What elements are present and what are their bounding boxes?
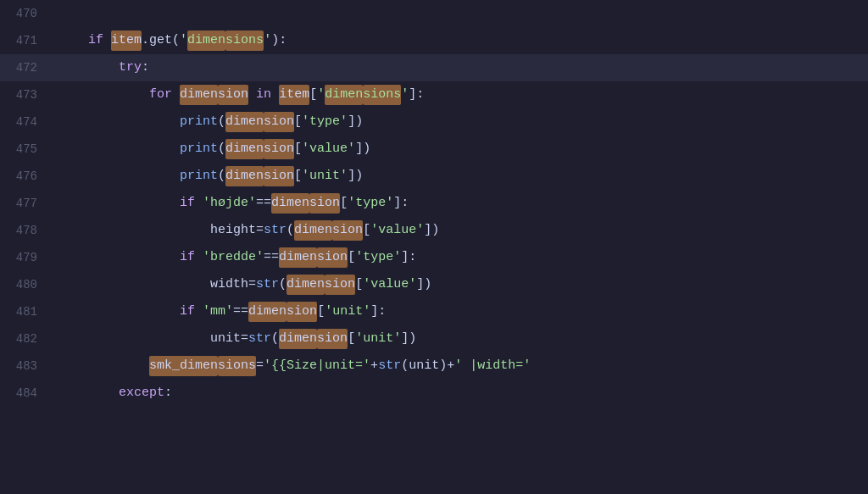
line-number: 473 [0, 86, 51, 104]
line-number: 481 [0, 303, 51, 321]
line-content: height=str(dimension['value']) [51, 220, 868, 241]
line-content: unit=str(dimension['unit']) [51, 329, 868, 349]
code-line: 482 unit=str(dimension['unit']) [0, 325, 868, 352]
line-number: 471 [0, 31, 51, 50]
code-line: 474 print(dimension['type']) [0, 108, 868, 136]
line-number: 474 [0, 113, 51, 131]
line-content: for dimension in item['dimensions']: [51, 85, 868, 105]
line-content: print(dimension['type']) [51, 112, 868, 132]
line-content: width=str(dimension['value']) [51, 275, 868, 295]
code-line: 481 if 'mm'==dimension['unit']: [0, 298, 868, 325]
code-line: 473 for dimension in item['dimensions']: [0, 81, 868, 108]
line-content: except: [51, 383, 868, 403]
code-line: 472 try: [0, 54, 868, 81]
line-number: 472 [0, 58, 51, 77]
line-number: 480 [0, 275, 51, 294]
line-content: if 'bredde'==dimension['type']: [51, 247, 868, 268]
line-content: print(dimension['unit']) [51, 166, 868, 186]
line-number: 483 [0, 357, 51, 375]
code-line: 477 if 'højde'==dimension['type']: [0, 190, 868, 217]
code-editor: 470471 if item.get('dimensions'):472 try… [0, 0, 868, 494]
code-line: 475 print(dimension['value']) [0, 136, 868, 163]
code-line: 479 if 'bredde'==dimension['type']: [0, 244, 868, 271]
line-number: 477 [0, 194, 51, 213]
code-line: 480 width=str(dimension['value']) [0, 271, 868, 298]
code-line: 476 print(dimension['unit']) [0, 163, 868, 190]
code-line: 470 [0, 0, 868, 27]
line-content: try: [51, 58, 868, 78]
code-line: 471 if item.get('dimensions'): [0, 27, 868, 54]
line-number: 478 [0, 221, 51, 240]
line-content: if 'højde'==dimension['type']: [51, 193, 868, 214]
line-number: 470 [0, 4, 51, 23]
line-content: if 'mm'==dimension['unit']: [51, 302, 868, 322]
code-line: 478 height=str(dimension['value']) [0, 217, 868, 244]
line-content: if item.get('dimensions'): [51, 31, 868, 51]
line-number: 484 [0, 384, 51, 402]
line-number: 476 [0, 167, 51, 186]
line-number: 475 [0, 140, 51, 158]
line-content: smk_dimensions='{{Size|unit='+str(unit)+… [51, 356, 868, 376]
code-line: 484 except: [0, 380, 868, 407]
line-content: print(dimension['value']) [51, 139, 868, 159]
code-line: 483 smk_dimensions='{{Size|unit='+str(un… [0, 352, 868, 380]
line-number: 482 [0, 330, 51, 348]
line-number: 479 [0, 248, 51, 267]
